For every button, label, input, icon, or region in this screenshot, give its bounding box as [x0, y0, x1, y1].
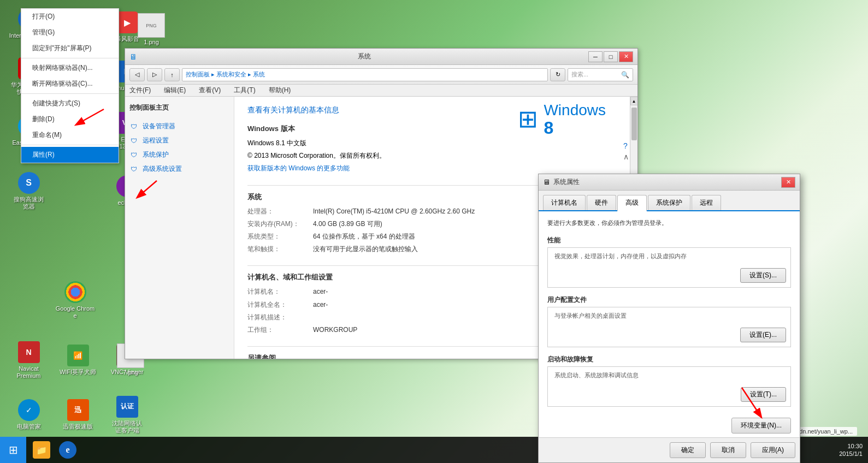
desktop-icon-360[interactable]: ✓ 电脑管家 [5, 393, 52, 437]
dialog-content: 要进行大多数更改，你必须作为管理员登录。 性能 视觉效果，处理器计划，内存使用，… [539, 211, 800, 437]
tab-sys-protect[interactable]: 系统保护 [648, 195, 690, 210]
dialog-title: 系统属性 [553, 177, 781, 187]
system-type-label: 系统类型： [247, 232, 313, 242]
taskbar-icons: 📁 e [26, 437, 83, 463]
window-toolbar: ◁ ▷ ↑ 控制面板 ▸ 系统和安全 ▸ 系统 ↻ 搜索... 🔍 [125, 65, 637, 85]
taskbar-icon-explorer[interactable]: 📁 [29, 438, 54, 462]
refresh-button[interactable]: ↻ [550, 68, 565, 81]
startup-border: 系统启动、系统故障和调试信息 设置(T)... [547, 366, 791, 407]
desktop-icon-wifi[interactable]: 📶 WIFI英孚犬师 [55, 339, 101, 382]
workgroup-value: WORKGROUP [313, 325, 357, 335]
ok-button[interactable]: 确定 [670, 442, 706, 458]
context-menu-item-manage[interactable]: 管理(G) [21, 25, 119, 40]
tab-computer-name[interactable]: 计算机名 [543, 195, 586, 210]
ram-label: 安装内存(RAM)： [247, 219, 313, 229]
taskbar-ie-icon: e [59, 441, 76, 459]
file-icon-1png[interactable]: PNG 1.png [135, 11, 167, 48]
desktop-icon-sogou[interactable]: S 搜狗高速浏览器 [5, 169, 52, 213]
system-type-value: 64 位操作系统，基于 x64 的处理器 [313, 232, 415, 242]
menu-item-help[interactable]: 帮助(H) [267, 86, 293, 95]
window-controls: ─ □ ✕ [588, 51, 633, 62]
dialog-close-button[interactable]: ✕ [781, 177, 795, 188]
taskbar-icon-ie[interactable]: e [56, 438, 80, 462]
context-menu-item-open[interactable]: 打开(O) [21, 9, 119, 25]
separator-2 [21, 93, 119, 94]
icon-label-wifi: WIFI英孚犬师 [60, 369, 96, 376]
windows-text: Windows [544, 102, 606, 119]
menu-item-edit[interactable]: 编辑(E) [162, 86, 188, 95]
search-box[interactable]: 搜索... 🔍 [568, 68, 633, 81]
computer-desc-label: 计算机描述： [247, 312, 313, 323]
collapse-icon[interactable]: ∧ [623, 152, 629, 161]
pen-label: 笔和触摸： [247, 244, 313, 254]
scroll-thumb[interactable] [631, 108, 637, 140]
env-vars-button[interactable]: 环境变量(N)... [731, 418, 791, 434]
menu-item-view[interactable]: 查看(V) [197, 86, 223, 95]
shield-icon-2: 🛡 [131, 136, 139, 145]
computer-fullname-label: 计算机全名： [247, 300, 313, 310]
search-placeholder: 搜索... [571, 70, 588, 79]
performance-settings-button[interactable]: 设置(S)... [740, 268, 786, 283]
back-button[interactable]: ◁ [129, 68, 145, 81]
context-menu: 打开(O) 管理(G) 固定到"开始"屏幕(P) 映射网络驱动器(N)... 断… [21, 8, 119, 163]
apply-button[interactable]: 应用(A) [751, 442, 795, 458]
file-label-1png: 1.png [144, 39, 159, 45]
desktop-icon-chrome[interactable]: Google Chrome [52, 278, 98, 322]
icon-label-sogou: 搜狗高速浏览器 [14, 196, 44, 210]
desktop-icon-shenluwang[interactable]: 认证 沈陆网络认证客户端 [104, 393, 150, 437]
menu-item-file[interactable]: 文件(F) [127, 86, 153, 95]
context-menu-item-map-network[interactable]: 映射网络驱动器(N)... [21, 60, 119, 76]
help-icon[interactable]: ? [623, 141, 629, 150]
tab-remote[interactable]: 远程 [692, 195, 721, 210]
left-panel-link-sys-protect[interactable]: 🛡 系统保护 [129, 147, 229, 162]
startup-desc: 系统启动、系统故障和调试信息 [552, 371, 786, 379]
maximize-button[interactable]: □ [604, 51, 618, 62]
dialog-controls: ✕ [781, 177, 795, 188]
performance-desc: 视觉效果，处理器计划，内存使用，以及虚拟内存 [552, 252, 786, 260]
cancel-button[interactable]: 取消 [710, 442, 746, 458]
menu-item-tools[interactable]: 工具(T) [232, 86, 257, 95]
icon-label-shenluwang: 沈陆网络认证客户端 [112, 420, 142, 434]
close-button[interactable]: ✕ [619, 51, 633, 62]
left-panel-link-device-manager[interactable]: 🛡 设备管理器 [129, 119, 229, 133]
context-menu-item-disconnect[interactable]: 断开网络驱动器(C)... [21, 76, 119, 92]
context-menu-item-create-shortcut[interactable]: 创建快捷方式(S) [21, 96, 119, 111]
minimize-button[interactable]: ─ [588, 51, 603, 62]
context-menu-item-pin-start[interactable]: 固定到"开始"屏幕(P) [21, 40, 119, 56]
windows-version-number: 8 [544, 119, 606, 136]
context-menu-item-properties[interactable]: 属性(R) [21, 147, 119, 163]
window-titlebar: 🖥 系统 ─ □ ✕ [125, 49, 637, 65]
windows-version-value: Windows 8.1 中文版 [247, 138, 306, 149]
more-features-link[interactable]: 获取新版本的 Windows 的更多功能 [247, 163, 350, 174]
left-panel-link-advanced[interactable]: 🛡 高级系统设置 [129, 162, 229, 176]
taskbar-explorer-icon: 📁 [33, 441, 50, 459]
more-features-row: 获取新版本的 Windows 的更多功能 [247, 163, 617, 174]
desktop: e Internet Explorer 💬 微信 ▶ 暴风影音 H 华为手机助手… [0, 0, 868, 463]
performance-title: 性能 [547, 236, 791, 245]
user-profiles-settings-button[interactable]: 设置(E)... [740, 328, 786, 342]
desktop-icon-jisu[interactable]: 迅 迅雷极速版 [55, 393, 101, 437]
processor-value: Intel(R) Core(TM) i5-4210M CPU @ 2.60GHz… [313, 206, 475, 217]
scroll-up-button[interactable]: ▲ [630, 97, 638, 105]
start-button[interactable]: ⊞ [0, 437, 26, 463]
forward-button[interactable]: ▷ [147, 68, 162, 81]
up-button[interactable]: ↑ [164, 68, 180, 81]
clock: 10:30 2015/1/1 [839, 443, 863, 457]
shield-icon-3: 🛡 [131, 150, 139, 159]
desktop-icon-navicat[interactable]: N NavicatPremium [5, 339, 52, 382]
left-panel-link-remote[interactable]: 🛡 远程设置 [129, 133, 229, 147]
address-bar[interactable]: 控制面板 ▸ 系统和安全 ▸ 系统 [182, 68, 548, 81]
context-menu-item-rename[interactable]: 重命名(M) [21, 127, 119, 143]
tab-hardware[interactable]: 硬件 [587, 195, 616, 210]
startup-settings-button[interactable]: 设置(T)... [741, 387, 786, 402]
help-area: ? ∧ [623, 141, 629, 161]
tab-advanced[interactable]: 高级 [617, 195, 647, 211]
search-icon: 🔍 [621, 71, 629, 79]
context-menu-item-delete[interactable]: 删除(D) [21, 111, 119, 127]
separator-1 [21, 58, 119, 58]
dialog-titlebar: 🖥 系统属性 ✕ [539, 174, 800, 191]
taskbar-right: 10:30 2015/1/1 [839, 443, 868, 457]
date-display: 2015/1/1 [839, 450, 863, 457]
processor-label: 处理器： [247, 206, 313, 217]
performance-section: 性能 视觉效果，处理器计划，内存使用，以及虚拟内存 设置(S)... [547, 236, 791, 288]
